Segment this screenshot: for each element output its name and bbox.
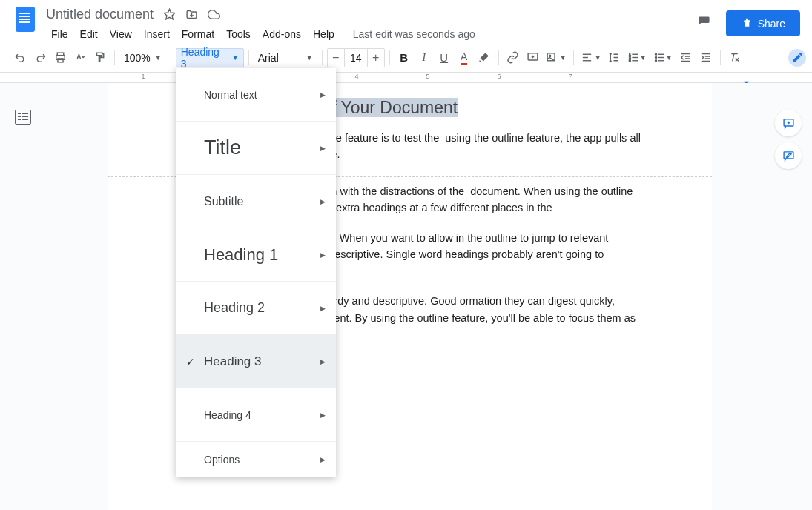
menu-edit[interactable]: Edit bbox=[75, 25, 103, 43]
outline-toggle-icon[interactable] bbox=[15, 110, 31, 125]
style-option-title[interactable]: Title▶ bbox=[176, 122, 336, 175]
font-dropdown[interactable]: Arial▼ bbox=[254, 48, 317, 67]
svg-marker-0 bbox=[164, 9, 174, 19]
style-option-label: Options bbox=[186, 454, 320, 466]
menu-tools[interactable]: Tools bbox=[221, 25, 256, 43]
style-option-options[interactable]: Options▶ bbox=[176, 442, 336, 477]
font-size-decrease[interactable]: − bbox=[328, 49, 344, 67]
style-option-heading-4[interactable]: Heading 4▶ bbox=[176, 388, 336, 442]
comment-history-icon[interactable] bbox=[698, 16, 714, 32]
style-option-label: Heading 3 bbox=[186, 354, 320, 369]
submenu-arrow-icon: ▶ bbox=[320, 145, 326, 152]
menu-help[interactable]: Help bbox=[308, 25, 340, 43]
svg-point-19 bbox=[655, 53, 656, 55]
style-option-label: Title bbox=[186, 136, 320, 159]
insert-image-button[interactable]: ▼ bbox=[544, 48, 569, 67]
paint-format-button[interactable] bbox=[90, 48, 110, 67]
move-icon[interactable] bbox=[185, 7, 198, 21]
style-option-normal-text[interactable]: Normal text▶ bbox=[176, 68, 336, 122]
suggest-edit-icon[interactable] bbox=[775, 142, 802, 169]
paragraph-styles-menu: Normal text▶Title▶Subtitle▶Heading 1▶Hea… bbox=[176, 68, 336, 477]
star-icon[interactable] bbox=[162, 7, 176, 21]
svg-point-6 bbox=[549, 55, 550, 56]
insert-comment-button[interactable] bbox=[524, 48, 543, 67]
style-option-label: Heading 1 bbox=[186, 245, 320, 265]
add-comment-icon[interactable] bbox=[775, 110, 802, 136]
text-color-button[interactable]: A bbox=[455, 48, 474, 67]
check-icon: ✓ bbox=[186, 356, 195, 368]
style-option-heading-1[interactable]: Heading 1▶ bbox=[176, 228, 336, 282]
style-option-label: Heading 4 bbox=[186, 409, 320, 421]
svg-point-21 bbox=[655, 60, 656, 62]
undo-button[interactable] bbox=[10, 48, 30, 67]
menu-addons[interactable]: Add-ons bbox=[257, 25, 306, 43]
menu-file[interactable]: File bbox=[46, 25, 73, 43]
docs-logo[interactable] bbox=[12, 6, 39, 33]
style-option-heading-3[interactable]: ✓Heading 3▶ bbox=[176, 335, 336, 388]
font-size-increase[interactable]: + bbox=[368, 49, 384, 67]
link-button[interactable] bbox=[504, 48, 523, 67]
style-option-subtitle[interactable]: Subtitle▶ bbox=[176, 175, 336, 228]
app-header: Untitled document File Edit View Insert … bbox=[0, 0, 812, 43]
submenu-arrow-icon: ▶ bbox=[320, 411, 326, 419]
svg-rect-31 bbox=[784, 151, 793, 158]
editing-mode-button[interactable] bbox=[788, 49, 806, 67]
submenu-arrow-icon: ▶ bbox=[320, 251, 326, 259]
highlight-button[interactable] bbox=[475, 48, 494, 67]
svg-text:3: 3 bbox=[629, 59, 631, 62]
font-size-control: − 14 + bbox=[327, 48, 385, 67]
share-label: Share bbox=[758, 18, 785, 30]
submenu-arrow-icon: ▶ bbox=[320, 198, 326, 205]
document-title[interactable]: Untitled document bbox=[46, 7, 154, 22]
submenu-arrow-icon: ▶ bbox=[320, 91, 326, 99]
bullet-list-button[interactable]: ▼ bbox=[650, 48, 676, 67]
svg-point-20 bbox=[655, 56, 656, 58]
submenu-arrow-icon: ▶ bbox=[320, 305, 326, 312]
redo-button[interactable] bbox=[30, 48, 50, 67]
font-size-value[interactable]: 14 bbox=[344, 49, 368, 67]
indent-decrease-button[interactable] bbox=[676, 48, 696, 67]
menu-format[interactable]: Format bbox=[176, 25, 219, 43]
cloud-icon[interactable] bbox=[207, 7, 220, 21]
menu-insert[interactable]: Insert bbox=[139, 25, 175, 43]
paragraph-style-dropdown[interactable]: Heading 3▼ bbox=[176, 48, 244, 67]
share-button[interactable]: Share bbox=[726, 10, 800, 36]
style-option-label: Normal text bbox=[186, 89, 320, 101]
style-option-label: Heading 2 bbox=[186, 300, 320, 316]
submenu-arrow-icon: ▶ bbox=[320, 456, 326, 463]
style-option-label: Subtitle bbox=[186, 195, 320, 208]
italic-button[interactable]: I bbox=[415, 48, 434, 67]
align-button[interactable]: ▼ bbox=[578, 48, 604, 67]
zoom-dropdown[interactable]: 100%▼ bbox=[119, 48, 166, 67]
underline-button[interactable]: U bbox=[435, 48, 454, 67]
ruler[interactable]: 1 2 3 4 5 6 7 ▼ bbox=[0, 73, 812, 83]
print-button[interactable] bbox=[50, 48, 70, 67]
style-option-heading-2[interactable]: Heading 2▶ bbox=[176, 282, 336, 335]
last-edit-link[interactable]: Last edit was seconds ago bbox=[347, 25, 481, 43]
menu-view[interactable]: View bbox=[105, 25, 137, 43]
submenu-arrow-icon: ▶ bbox=[320, 358, 326, 365]
toolbar: 100%▼ Heading 3▼ Arial▼ − 14 + B I U A ▼… bbox=[0, 43, 812, 73]
line-spacing-button[interactable] bbox=[604, 48, 624, 67]
indent-increase-button[interactable] bbox=[696, 48, 716, 67]
editor-area: e the Organization of Your Document ns t… bbox=[0, 83, 812, 510]
numbered-list-button[interactable]: 123▼ bbox=[624, 48, 650, 67]
menu-bar: File Edit View Insert Format Tools Add-o… bbox=[46, 25, 698, 43]
bold-button[interactable]: B bbox=[395, 48, 414, 67]
clear-formatting-button[interactable] bbox=[725, 48, 745, 67]
spellcheck-button[interactable] bbox=[70, 48, 90, 67]
